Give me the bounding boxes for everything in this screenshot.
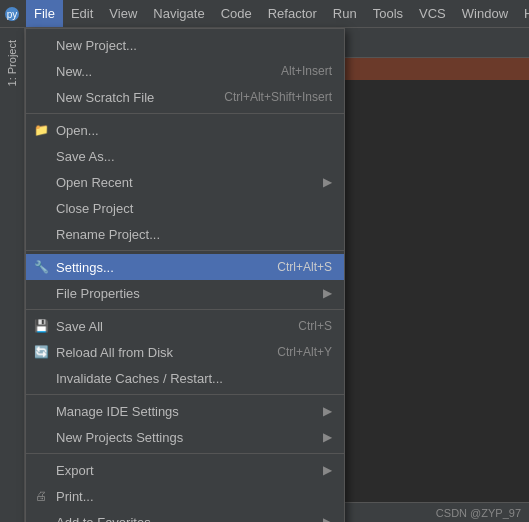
menu-item-close-project-label: Close Project <box>56 201 133 216</box>
menu-view[interactable]: View <box>101 0 145 27</box>
menu-window[interactable]: Window <box>454 0 516 27</box>
menu-item-rename-project-label: Rename Project... <box>56 227 160 242</box>
menu-run[interactable]: Run <box>325 0 365 27</box>
menu-item-reload-label: Reload All from Disk <box>56 345 173 360</box>
separator-1 <box>26 113 344 114</box>
save-all-shortcut: Ctrl+S <box>298 319 332 333</box>
new-scratch-shortcut: Ctrl+Alt+Shift+Insert <box>224 90 332 104</box>
menubar: py File Edit View Navigate Code Refactor… <box>0 0 529 28</box>
menu-item-new-project[interactable]: New Project... <box>26 32 344 58</box>
menu-item-rename-project[interactable]: Rename Project... <box>26 221 344 247</box>
menu-item-file-properties-label: File Properties <box>56 286 140 301</box>
favorites-arrow: ▶ <box>323 515 332 522</box>
menu-item-save-as[interactable]: Save As... <box>26 143 344 169</box>
save-all-icon: 💾 <box>32 319 50 333</box>
separator-2 <box>26 250 344 251</box>
menu-refactor[interactable]: Refactor <box>260 0 325 27</box>
menu-item-manage-ide[interactable]: Manage IDE Settings ▶ <box>26 398 344 424</box>
menu-item-manage-ide-label: Manage IDE Settings <box>56 404 179 419</box>
menu-item-save-as-label: Save As... <box>56 149 115 164</box>
menu-item-open[interactable]: 📁 Open... <box>26 117 344 143</box>
svg-text:py: py <box>7 9 18 20</box>
menu-item-settings-label: Settings... <box>56 260 114 275</box>
menu-item-new-projects-settings[interactable]: New Projects Settings ▶ <box>26 424 344 450</box>
menu-item-print[interactable]: 🖨 Print... <box>26 483 344 509</box>
menu-item-open-recent[interactable]: Open Recent ▶ <box>26 169 344 195</box>
menu-item-save-all-label: Save All <box>56 319 103 334</box>
menu-tools[interactable]: Tools <box>365 0 411 27</box>
settings-icon: 🔧 <box>32 260 50 274</box>
menu-edit[interactable]: Edit <box>63 0 101 27</box>
menu-item-print-label: Print... <box>56 489 94 504</box>
menu-item-new[interactable]: New... Alt+Insert <box>26 58 344 84</box>
file-dropdown: New Project... New... Alt+Insert New Scr… <box>25 28 345 522</box>
export-arrow: ▶ <box>323 463 332 477</box>
menu-item-invalidate-label: Invalidate Caches / Restart... <box>56 371 223 386</box>
left-sidebar: 1: Project <box>0 28 25 522</box>
menu-navigate[interactable]: Navigate <box>145 0 212 27</box>
menu-code[interactable]: Code <box>213 0 260 27</box>
menu-vcs[interactable]: VCS <box>411 0 454 27</box>
print-icon: 🖨 <box>32 489 50 503</box>
menu-item-new-scratch-label: New Scratch File <box>56 90 154 105</box>
separator-4 <box>26 394 344 395</box>
reload-icon: 🔄 <box>32 345 50 359</box>
menu-item-file-properties[interactable]: File Properties ▶ <box>26 280 344 306</box>
menu-item-settings[interactable]: 🔧 Settings... Ctrl+Alt+S <box>26 254 344 280</box>
menu-item-close-project[interactable]: Close Project <box>26 195 344 221</box>
app-logo: py <box>4 4 20 24</box>
menu-item-open-recent-label: Open Recent <box>56 175 133 190</box>
file-properties-arrow: ▶ <box>323 286 332 300</box>
menu-file[interactable]: File <box>26 0 63 27</box>
menu-item-export[interactable]: Export ▶ <box>26 457 344 483</box>
menu-item-save-all[interactable]: 💾 Save All Ctrl+S <box>26 313 344 339</box>
sidebar-project-tab[interactable]: 1: Project <box>4 32 20 94</box>
new-projects-settings-arrow: ▶ <box>323 430 332 444</box>
menu-item-export-label: Export <box>56 463 94 478</box>
menu-item-favorites-label: Add to Favorites <box>56 515 151 523</box>
menu-item-reload[interactable]: 🔄 Reload All from Disk Ctrl+Alt+Y <box>26 339 344 365</box>
open-recent-arrow: ▶ <box>323 175 332 189</box>
separator-5 <box>26 453 344 454</box>
manage-ide-arrow: ▶ <box>323 404 332 418</box>
menu-item-new-project-label: New Project... <box>56 38 137 53</box>
menu-item-invalidate[interactable]: Invalidate Caches / Restart... <box>26 365 344 391</box>
open-icon: 📁 <box>32 123 50 137</box>
menu-item-open-label: Open... <box>56 123 99 138</box>
settings-shortcut: Ctrl+Alt+S <box>277 260 332 274</box>
user-label: CSDN @ZYP_97 <box>436 507 521 519</box>
reload-shortcut: Ctrl+Alt+Y <box>277 345 332 359</box>
menu-item-new-scratch[interactable]: New Scratch File Ctrl+Alt+Shift+Insert <box>26 84 344 110</box>
separator-3 <box>26 309 344 310</box>
menu-help[interactable]: Help <box>516 0 529 27</box>
menu-item-new-label: New... <box>56 64 92 79</box>
new-shortcut: Alt+Insert <box>281 64 332 78</box>
menu-item-new-projects-settings-label: New Projects Settings <box>56 430 183 445</box>
menu-item-favorites[interactable]: Add to Favorites ▶ <box>26 509 344 522</box>
